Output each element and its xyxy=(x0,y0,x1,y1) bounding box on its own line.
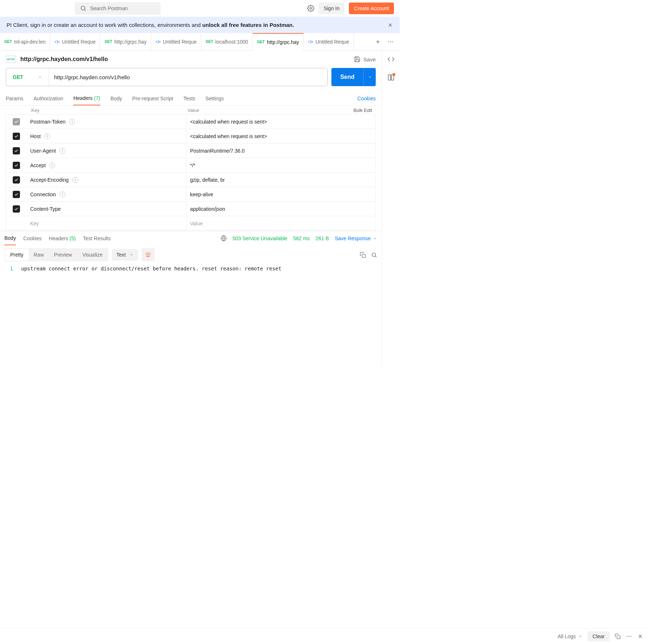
create-account-button[interactable]: Create Account xyxy=(349,3,394,14)
new-value-input[interactable]: Value xyxy=(186,221,375,226)
tab-label: Untitled Reque xyxy=(315,39,349,45)
method-badge: GET xyxy=(4,40,12,44)
view-pretty[interactable]: Pretty xyxy=(5,249,29,261)
request-tab[interactable]: Untitled Reque xyxy=(304,33,354,51)
copy-icon[interactable] xyxy=(360,252,366,258)
globe-icon[interactable] xyxy=(221,235,227,241)
right-rail xyxy=(382,51,400,366)
request-tab[interactable]: GETlocalhost:1000 xyxy=(201,33,253,51)
header-value[interactable]: <calculated when request is sent> xyxy=(186,133,375,139)
rtab-headers[interactable]: Headers (5) xyxy=(49,232,76,245)
new-key-input[interactable]: Key xyxy=(27,216,186,230)
tab-body[interactable]: Body xyxy=(110,92,122,105)
info-icon[interactable]: i xyxy=(60,192,65,197)
table-row[interactable]: Accept-Encodingigzip, deflate, br xyxy=(6,172,376,187)
svg-point-9 xyxy=(392,41,393,42)
checkbox[interactable] xyxy=(13,191,20,198)
rtab-body[interactable]: Body xyxy=(4,232,16,245)
header-value[interactable]: */* xyxy=(186,162,375,168)
info-icon[interactable]: i xyxy=(44,133,50,139)
table-row[interactable]: Postman-Tokeni<calculated when request i… xyxy=(6,114,376,129)
tab-authorization[interactable]: Authorization xyxy=(33,92,63,105)
info-icon[interactable]: i xyxy=(60,148,65,154)
table-row[interactable]: Hosti<calculated when request is sent> xyxy=(6,129,376,144)
checkbox[interactable] xyxy=(13,205,20,213)
info-icon[interactable]: i xyxy=(49,162,55,168)
request-tab[interactable]: GEThttp://grpc.hay xyxy=(253,33,304,51)
request-tab[interactable]: Untitled Reque xyxy=(50,33,100,51)
rtab-test-results[interactable]: Test Results xyxy=(83,232,110,245)
header-value[interactable]: application/json xyxy=(186,206,375,212)
checkbox[interactable] xyxy=(13,147,20,154)
header-key[interactable]: User-Agenti xyxy=(27,144,186,158)
code-line: 1 upstream connect error or disconnect/r… xyxy=(4,266,377,271)
header-key[interactable]: Postman-Tokeni xyxy=(27,114,186,129)
tab-headers[interactable]: Headers (7) xyxy=(73,92,100,105)
request-tab[interactable]: GETml-api-dev.len xyxy=(0,33,50,51)
tab-tests[interactable]: Tests xyxy=(184,92,195,105)
view-visualize[interactable]: Visualize xyxy=(77,249,108,261)
header-value[interactable]: <calculated when request is sent> xyxy=(186,119,375,125)
svg-point-2 xyxy=(310,8,311,9)
more-tabs-icon[interactable] xyxy=(387,39,394,45)
table-row[interactable]: Content-Typeapplication/json xyxy=(6,201,376,216)
table-row-new[interactable]: Key Value xyxy=(6,216,376,231)
tab-settings[interactable]: Settings xyxy=(205,92,224,105)
search-input-wrap[interactable]: Search Postman xyxy=(75,2,161,15)
header-key[interactable]: Content-Type xyxy=(27,202,186,216)
method-url-group: GET xyxy=(6,68,328,86)
main-row: HTTP http://grpc.hayden.com/v1/hello Sav… xyxy=(0,51,400,366)
url-input[interactable] xyxy=(49,68,327,86)
table-row[interactable]: User-AgentiPostmanRuntime/7.36.0 xyxy=(6,143,376,158)
checkbox[interactable] xyxy=(13,162,20,169)
header-value[interactable]: gzip, deflate, br xyxy=(186,177,375,183)
tab-label: Untitled Reque xyxy=(163,39,197,45)
headers-table: Key Value Bulk Edit Postman-Tokeni<calcu… xyxy=(0,106,382,231)
table-row[interactable]: Accepti*/* xyxy=(6,158,376,173)
code-icon[interactable] xyxy=(387,56,395,63)
tab-label: http://grpc.hay xyxy=(114,39,147,45)
header-key[interactable]: Hosti xyxy=(27,129,186,143)
view-preview[interactable]: Preview xyxy=(49,249,77,261)
table-row[interactable]: Connectionikeep-alive xyxy=(6,187,376,202)
header-key[interactable]: Accepti xyxy=(27,158,186,172)
cookies-link[interactable]: Cookies xyxy=(357,96,376,101)
send-button[interactable]: Send xyxy=(331,68,376,86)
save-button[interactable]: Save xyxy=(354,56,376,63)
wrap-lines-icon[interactable] xyxy=(142,248,155,261)
tab-params[interactable]: Params xyxy=(6,92,23,105)
checkbox[interactable] xyxy=(13,118,20,125)
svg-line-16 xyxy=(375,256,376,257)
view-raw[interactable]: Raw xyxy=(29,249,49,261)
tab-prerequest[interactable]: Pre-request Script xyxy=(132,92,173,105)
send-dropdown-icon[interactable] xyxy=(363,68,376,86)
new-tab-icon[interactable] xyxy=(375,39,381,45)
search-response-icon[interactable] xyxy=(371,252,377,258)
method-select[interactable]: GET xyxy=(6,68,49,86)
close-icon[interactable] xyxy=(387,22,393,28)
line-content: upstream connect error or disconnect/res… xyxy=(21,266,281,271)
bulk-edit-button[interactable]: Bulk Edit xyxy=(354,108,372,113)
header-value[interactable]: keep-alive xyxy=(186,192,375,197)
request-tab[interactable]: Untitled Reque xyxy=(151,33,201,51)
save-response-button[interactable]: Save Response xyxy=(335,236,377,241)
signin-button[interactable]: Sign In xyxy=(319,3,345,14)
header-key[interactable]: Accept-Encodingi xyxy=(27,173,186,187)
checkbox[interactable] xyxy=(13,133,20,140)
response-body[interactable]: 1 upstream connect error or disconnect/r… xyxy=(0,264,382,366)
info-icon[interactable]: i xyxy=(69,119,75,125)
rtab-cookies[interactable]: Cookies xyxy=(23,232,42,245)
format-label: Text xyxy=(116,252,126,258)
gear-icon[interactable] xyxy=(307,5,314,12)
notification-dot xyxy=(392,73,395,76)
request-title-wrap: HTTP http://grpc.hayden.com/v1/hello xyxy=(6,56,108,63)
panel-icon[interactable] xyxy=(387,74,395,81)
top-actions: Sign In Create Account xyxy=(307,3,394,14)
checkbox[interactable] xyxy=(13,176,20,184)
header-key[interactable]: Connectioni xyxy=(27,187,186,201)
request-tab[interactable]: GEThttp://grpc.hay xyxy=(100,33,151,51)
format-select[interactable]: Text xyxy=(112,249,138,261)
info-icon[interactable]: i xyxy=(72,177,78,183)
body-toolbar: Pretty Raw Preview Visualize Text xyxy=(0,245,382,264)
header-value[interactable]: PostmanRuntime/7.36.0 xyxy=(186,148,375,154)
